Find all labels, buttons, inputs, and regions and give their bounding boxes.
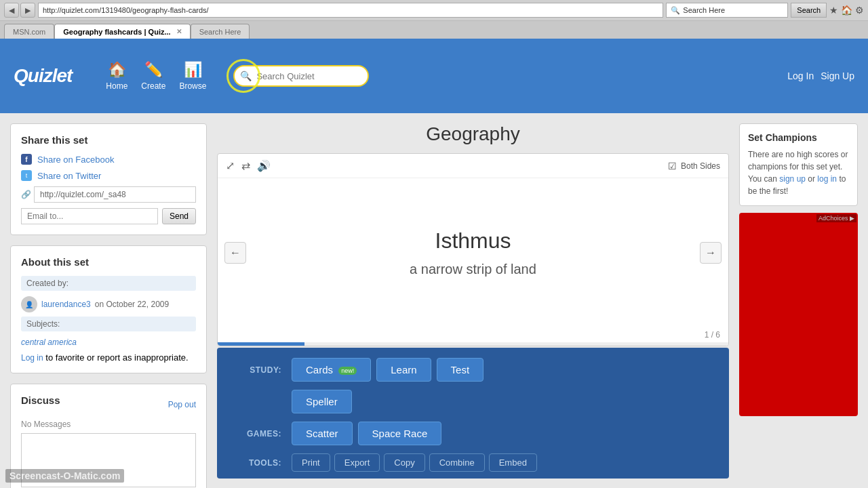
nav-browse-label: Browse: [179, 81, 206, 91]
home-icon: 🏠: [108, 61, 126, 79]
sign-up-link[interactable]: sign up: [779, 174, 806, 184]
author-date: on October 22, 2009: [95, 300, 169, 309]
learn-button[interactable]: Learn: [376, 358, 431, 382]
created-by-row: 👤 laurendance3 on October 22, 2009: [21, 296, 196, 312]
nav-create[interactable]: ✏️ Create: [141, 61, 165, 91]
tab-search[interactable]: Search Here: [191, 24, 250, 39]
champions-or: or: [808, 174, 815, 184]
log-in-link[interactable]: log in: [817, 174, 837, 184]
fullscreen-icon[interactable]: ⤢: [226, 159, 235, 172]
tab-search-label: Search Here: [199, 28, 241, 36]
facebook-label: Share on Facebook: [37, 155, 114, 165]
games-buttons: Scatter Space Race: [292, 422, 441, 445]
header-right: Log In Sign Up: [787, 70, 854, 81]
search-icon: 🔍: [671, 6, 680, 15]
tools-buttons: Print Export Copy Combine Embed: [292, 453, 537, 472]
login-link[interactable]: Log In: [787, 70, 814, 81]
quizlet-logo[interactable]: Quizlet: [14, 65, 72, 87]
tools-row: TOOLS: Print Export Copy Combine Embed: [227, 453, 719, 472]
twitter-label: Share on Twitter: [37, 171, 101, 181]
discuss-header: Discuss Pop out: [21, 394, 196, 414]
test-button[interactable]: Test: [437, 358, 484, 382]
back-button[interactable]: ◀: [4, 3, 19, 18]
speller-row: Speller: [227, 390, 719, 413]
print-button[interactable]: Print: [292, 453, 330, 472]
tab-msn-label: MSN.com: [13, 28, 45, 36]
quizlet-header: Quizlet 🏠 Home ✏️ Create 📊 Browse 🔍 Log …: [0, 39, 868, 113]
study-buttons: Cards new! Learn Test: [292, 358, 484, 382]
combine-button[interactable]: Combine: [429, 453, 485, 472]
nav-browse[interactable]: 📊 Browse: [179, 61, 206, 91]
card-definition: a narrow strip of land: [410, 262, 536, 277]
author-link[interactable]: laurendance3: [41, 300, 91, 309]
both-sides-label: Both Sides: [681, 161, 720, 171]
flashcard-controls-left: ⤢ ⇄ 🔊: [226, 159, 271, 172]
progress-bar-fill: [218, 342, 304, 346]
author-avatar: 👤: [21, 296, 37, 312]
flashcard-controls-right: ☑ Both Sides: [668, 161, 720, 171]
subjects-label: Subjects:: [21, 317, 196, 331]
header-nav: 🏠 Home ✏️ Create 📊 Browse: [106, 61, 206, 91]
url-input[interactable]: [34, 186, 196, 203]
scatter-button[interactable]: Scatter: [292, 422, 353, 445]
share-title: Share this set: [21, 134, 196, 146]
browser-tabs: MSN.com Geography flashcards | Quiz... ✕…: [0, 21, 868, 39]
progress-bar: [218, 342, 728, 346]
champions-text: There are no high scores or champions fo…: [748, 148, 849, 197]
center-content: Geography ⤢ ⇄ 🔊 ☑ Both Sides ← Isthmus a…: [207, 123, 739, 488]
created-by-label: Created by:: [21, 276, 196, 291]
next-card-button[interactable]: →: [700, 242, 722, 264]
speller-button[interactable]: Speller: [292, 390, 352, 413]
report-row: Log in to favorite or report as inapprop…: [21, 352, 196, 363]
flashcard-toolbar: ⤢ ⇄ 🔊 ☑ Both Sides: [218, 154, 728, 178]
study-section: STUDY: Cards new! Learn Test Speller: [217, 348, 729, 479]
tab-quizlet[interactable]: Geography flashcards | Quiz... ✕: [54, 24, 190, 39]
subject-link[interactable]: central america: [21, 338, 77, 347]
forward-button[interactable]: ▶: [20, 3, 35, 18]
nav-home-label: Home: [106, 81, 127, 91]
browse-icon: 📊: [184, 61, 202, 79]
copy-button[interactable]: Copy: [384, 453, 425, 472]
games-row: GAMES: Scatter Space Race: [227, 422, 719, 445]
browser-search-bar[interactable]: 🔍 Search Here: [666, 3, 788, 18]
browser-search-button[interactable]: Search: [791, 3, 827, 18]
export-button[interactable]: Export: [334, 453, 380, 472]
search-cursor-highlight: [226, 59, 260, 93]
address-bar[interactable]: http://quizlet.com/1319480/geography-fla…: [38, 3, 663, 18]
both-sides-checkbox[interactable]: ☑: [668, 161, 677, 171]
study-label: STUDY:: [227, 365, 281, 375]
games-label: GAMES:: [227, 429, 281, 439]
browser-nav-buttons: ◀ ▶: [4, 3, 35, 18]
tab-msn[interactable]: MSN.com: [4, 24, 54, 39]
popout-link[interactable]: Pop out: [168, 400, 196, 409]
shuffle-icon[interactable]: ⇄: [241, 159, 250, 172]
email-row: Send: [21, 208, 196, 224]
browser-icons: ★ 🏠 ⚙: [829, 5, 864, 16]
browser-toolbar: ◀ ▶ http://quizlet.com/1319480/geography…: [0, 0, 868, 21]
ad-banner: AdChoices ▶: [739, 213, 858, 416]
about-section: About this set Created by: 👤 laurendance…: [10, 245, 207, 373]
flashcard-body[interactable]: ← Isthmus a narrow strip of land →: [218, 178, 728, 327]
no-messages: No Messages: [21, 420, 196, 429]
facebook-icon: f: [21, 154, 32, 165]
email-input[interactable]: [21, 208, 158, 224]
prev-card-button[interactable]: ←: [224, 242, 246, 264]
address-text: http://quizlet.com/1319480/geography-fla…: [43, 6, 209, 14]
tab-quizlet-close[interactable]: ✕: [176, 28, 182, 35]
champions-box: Set Champions There are no high scores o…: [739, 123, 858, 206]
audio-icon[interactable]: 🔊: [257, 159, 271, 172]
nav-home[interactable]: 🏠 Home: [106, 61, 127, 91]
facebook-share[interactable]: f Share on Facebook: [21, 154, 196, 165]
cards-button[interactable]: Cards new!: [292, 358, 371, 382]
space-race-button[interactable]: Space Race: [358, 422, 442, 445]
browser-search-placeholder: Search Here: [683, 6, 725, 14]
send-button[interactable]: Send: [162, 208, 196, 224]
champions-title: Set Champions: [748, 132, 849, 143]
report-link[interactable]: Log in: [21, 353, 43, 363]
embed-button[interactable]: Embed: [489, 453, 537, 472]
right-sidebar: Set Champions There are no high scores o…: [739, 123, 858, 488]
study-row: STUDY: Cards new! Learn Test: [227, 358, 719, 382]
twitter-share[interactable]: t Share on Twitter: [21, 170, 196, 181]
signup-link[interactable]: Sign Up: [821, 70, 854, 81]
speller-buttons: Speller: [292, 390, 352, 413]
